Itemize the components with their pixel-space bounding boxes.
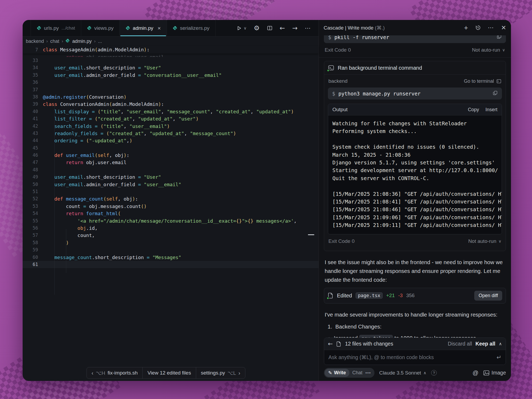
back-arrow-icon[interactable]: ← <box>328 340 333 347</box>
split-editor-icon[interactable] <box>267 25 273 31</box>
chevron-down-icon: ∨ <box>244 26 246 31</box>
image-icon <box>483 370 489 376</box>
breadcrumb-separator: › <box>62 39 63 44</box>
code-text: class MessageAdmin(admin.ModelAdmin): <box>38 46 150 53</box>
close-panel-icon[interactable]: ✕ <box>501 24 506 31</box>
chat-input[interactable]: Ask anything (⌘L), @ to mention code blo… <box>324 350 506 365</box>
close-tab-icon[interactable]: × <box>158 25 161 31</box>
collapse-icon[interactable]: ∧ <box>499 341 502 346</box>
code-line: 41 list_filter = ("created_at", "updated… <box>23 115 319 122</box>
history-icon[interactable] <box>475 25 481 31</box>
edited-file-chip[interactable]: page.tsx <box>356 292 383 299</box>
attach-image-button[interactable]: Image <box>483 370 506 376</box>
exit-code-label: Exit Code 0 <box>328 238 354 244</box>
auto-run-dropdown[interactable]: Not auto-run ∨ <box>468 238 501 244</box>
mode-more-icon[interactable]: ••• <box>365 370 374 376</box>
model-selector[interactable]: Claude 3.5 Sonnet ∧ <box>379 370 426 376</box>
output-text: Watching for file changes with StatReloa… <box>328 115 502 234</box>
tab-label: admin.py <box>133 25 153 31</box>
keep-all-button[interactable]: Keep all <box>475 341 495 347</box>
auto-run-dropdown[interactable]: Not auto-run ∨ <box>472 47 505 53</box>
chat-mode-button[interactable]: Chat <box>349 369 365 377</box>
section-divider <box>319 57 511 58</box>
line-number: 39 <box>23 101 38 108</box>
code-text: readonly_fields = ("created_at", "update… <box>38 130 236 137</box>
code-editor[interactable]: 7class MessageAdmin(admin.ModelAdmin): r… <box>23 46 319 268</box>
line-number: 33 <box>23 57 38 64</box>
write-mode-button[interactable]: ✎ Write <box>325 369 349 377</box>
python-file-icon <box>65 39 70 44</box>
code-text: list_filter = ("created_at", "updated_at… <box>38 115 199 122</box>
indent-guide <box>54 105 55 295</box>
line-number: 58 <box>23 239 38 246</box>
editor-tab-bar: urls.py.../chat views.py admin.py× seria… <box>23 20 319 36</box>
help-icon[interactable]: ? <box>431 370 437 376</box>
new-chat-icon[interactable]: + <box>464 24 468 31</box>
tab-urls.py[interactable]: urls.py.../chat <box>31 20 81 36</box>
open-diff-button[interactable]: Open diff <box>474 291 502 301</box>
code-line: 59 <box>23 246 319 253</box>
back-arrow-icon[interactable]: ← <box>280 24 285 32</box>
tab-admin.py[interactable]: admin.py× <box>120 20 167 36</box>
run-button[interactable]: ∨ <box>237 26 246 31</box>
terminal-command-text: python3 manage.py runserver <box>338 91 420 97</box>
return-key-icon[interactable]: ↵ <box>497 354 501 361</box>
next-file-button[interactable]: settings.py ⌥L › <box>196 367 245 379</box>
breadcrumb-item[interactable]: chat <box>50 39 59 44</box>
code-text <box>38 86 43 93</box>
next-file-label: settings.py <box>201 370 225 376</box>
line-number: 61 <box>23 261 38 268</box>
discard-all-button[interactable]: Discard all <box>448 341 472 347</box>
more-options-icon[interactable]: ⋯ <box>488 24 494 31</box>
breadcrumb[interactable]: backend › chat › admin.py › ... <box>23 36 319 46</box>
code-text: def message_count(self, obj): <box>38 195 138 202</box>
python-icon <box>37 26 41 30</box>
tab-views.py[interactable]: views.py <box>81 20 120 36</box>
terminal-icon <box>328 65 334 71</box>
breadcrumb-item[interactable]: ... <box>98 39 102 44</box>
line-number: 44 <box>23 137 38 144</box>
mention-icon[interactable]: @ <box>472 369 478 376</box>
terminal-card-title: Ran background terminal command <box>338 65 422 71</box>
copy-icon[interactable] <box>493 90 498 97</box>
terminal-command-box: $ python3 manage.py runserver <box>328 88 502 99</box>
status-dot <box>327 297 329 300</box>
output-insert-button[interactable]: Insert <box>485 107 497 113</box>
python-icon <box>65 39 70 43</box>
more-actions-icon[interactable]: ⋯ <box>305 25 311 32</box>
code-text: class ConversationAdmin(admin.ModelAdmin… <box>38 101 164 108</box>
code-line: 42 search_fields = ("title", "user__emai… <box>23 123 319 130</box>
breadcrumb-item[interactable]: backend <box>26 39 44 44</box>
line-number: 56 <box>23 225 38 232</box>
file-icon <box>336 341 341 347</box>
output-copy-button[interactable]: Copy <box>468 107 479 113</box>
code-text <box>38 144 43 152</box>
tab-path-hint: .../chat <box>61 26 75 31</box>
assistant-message: I've made several improvements to handle… <box>325 310 505 319</box>
breadcrumb-item[interactable]: admin.py <box>72 39 92 44</box>
code-line: 39class ConversationAdmin(admin.ModelAdm… <box>23 101 319 108</box>
line-number: 42 <box>23 123 38 130</box>
gear-icon[interactable]: ⚙ <box>254 24 259 32</box>
image-label: Image <box>492 370 506 376</box>
code-text: list_display = ("title", "user_email", "… <box>38 108 294 115</box>
exit-status-row: Exit Code 0 Not auto-run ∨ <box>328 234 502 248</box>
view-edited-files-button[interactable]: View 12 edited files <box>143 367 196 379</box>
python-icon <box>126 26 130 30</box>
code-text: user_email.admin_order_field = "user__em… <box>38 181 181 188</box>
tab-serializers.py[interactable]: serializers.py <box>167 20 216 36</box>
terminal-card-header: Ran background terminal command <box>324 61 506 75</box>
code-text <box>38 261 43 268</box>
code-line: 44 ordering = ("-updated_at",) <box>23 137 319 144</box>
code-text: user_email.short_description = "User" <box>38 64 161 71</box>
forward-arrow-icon[interactable]: → <box>292 24 298 32</box>
prompt-symbol: $ <box>332 91 335 97</box>
line-number: 41 <box>23 115 38 122</box>
code-line: 58 ) <box>23 239 319 246</box>
prev-file-button[interactable]: ‹ ⌥H fix-imports.sh <box>87 367 143 379</box>
breadcrumb-separator: › <box>46 39 48 44</box>
go-to-terminal-link[interactable]: Go to terminal <box>464 78 501 84</box>
composer-toolbar: ✎ Write Chat ••• Claude 3.5 Sonnet ∧ ? @… <box>324 368 506 378</box>
files-changed-label: 12 files with changes <box>345 341 393 347</box>
tab-label: serializers.py <box>180 25 209 31</box>
